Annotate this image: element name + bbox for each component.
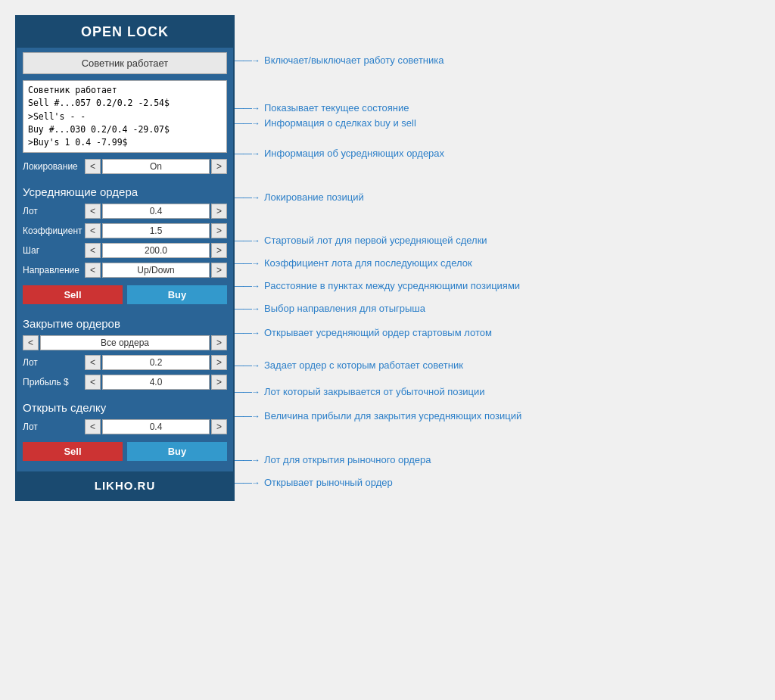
open-sell-button[interactable]: Sell: [23, 442, 123, 461]
locking-next-btn[interactable]: >: [211, 159, 227, 174]
annotation-arrow-15: [235, 478, 260, 488]
annotation-11: Задает ордер с которым работает советник: [235, 359, 463, 371]
all-orders-prev-btn[interactable]: <: [23, 335, 39, 350]
coefficient-row: Коэффициент < 1.5 >: [23, 223, 227, 238]
annotation-arrow-6: [235, 235, 260, 246]
locking-value: On: [102, 159, 210, 174]
annotation-text-8: Расстояние в пунктах между усредняющими …: [264, 280, 520, 291]
annotation-14: Лот для открытия рыночного ордера: [235, 454, 431, 465]
coefficient-prev-btn[interactable]: <: [85, 223, 101, 238]
annotations-panel: Включает/выключает работу советникаПоказ…: [235, 15, 613, 545]
locking-prev-btn[interactable]: <: [85, 159, 101, 174]
lot-open-prev-btn[interactable]: <: [85, 419, 101, 434]
avg-sell-button[interactable]: Sell: [23, 285, 123, 304]
lot-avg-prev-btn[interactable]: <: [85, 204, 101, 219]
step-value: 200.0: [102, 243, 210, 258]
annotation-7: Коэффициент лота для последующих сделок: [235, 257, 472, 269]
panel-footer: LIKHO.RU: [17, 471, 233, 499]
direction-label: Направление: [23, 265, 83, 275]
annotation-arrow-14: [235, 455, 260, 465]
avg-buy-button[interactable]: Buy: [127, 285, 227, 304]
lot-close-row: Лот < 0.2 >: [23, 355, 227, 370]
brand-label: LIKHO.RU: [95, 479, 156, 492]
coefficient-label: Коэффициент: [23, 226, 83, 236]
annotation-text-9: Выбор направления для отыгрыша: [264, 303, 425, 314]
profit-prev-btn[interactable]: <: [85, 375, 101, 390]
all-orders-next-btn[interactable]: >: [211, 335, 227, 350]
lot-close-label: Лот: [23, 357, 83, 368]
all-orders-value: Все ордера: [40, 335, 210, 350]
profit-row: Прибыль $ < 4.0 >: [23, 375, 227, 390]
advisor-button[interactable]: Советник работает: [23, 52, 227, 74]
annotation-arrow-8: [235, 281, 260, 291]
annotation-text-3: Информация о сделках buy и sell: [264, 117, 416, 129]
annotation-arrow-7: [235, 258, 260, 269]
direction-row: Направление < Up/Down >: [23, 263, 227, 278]
annotation-5: Локирование позиций: [235, 191, 364, 203]
status-line4: Buy #...030 0.2/0.4 -29.07$: [28, 123, 222, 136]
lot-avg-value: 0.4: [102, 204, 210, 219]
lot-open-value: 0.4: [102, 419, 210, 434]
main-container: OPEN LOCK Советник работает Советник раб…: [15, 15, 613, 545]
panel-header: OPEN LOCK: [17, 17, 233, 48]
annotation-4: Информация об усредняющих ордерах: [235, 148, 444, 159]
annotation-8: Расстояние в пунктах между усредняющими …: [235, 280, 520, 291]
annotation-12: Лот который закрывается от убыточной поз…: [235, 386, 485, 397]
open-title: Открыть сделку: [23, 401, 106, 414]
direction-prev-btn[interactable]: <: [85, 263, 101, 278]
coefficient-next-btn[interactable]: >: [211, 223, 227, 238]
open-action-row: Sell Buy: [23, 442, 227, 461]
step-label: Шаг: [23, 245, 83, 256]
locking-label: Локирование: [23, 161, 83, 172]
avg-action-row: Sell Buy: [23, 285, 227, 304]
annotation-text-12: Лот который закрывается от убыточной поз…: [264, 386, 485, 397]
status-line3: >Sell's - -: [28, 110, 222, 123]
annotation-arrow-10: [235, 328, 260, 338]
annotation-arrow-1: [235, 55, 260, 66]
annotation-text-13: Величина прибыли для закрытия усредняющи…: [264, 410, 521, 422]
step-next-btn[interactable]: >: [211, 243, 227, 258]
annotation-text-4: Информация об усредняющих ордерах: [264, 148, 444, 159]
annotation-6: Стартовый лот для первой усредняющей сде…: [235, 235, 487, 246]
lot-close-prev-btn[interactable]: <: [85, 355, 101, 370]
step-prev-btn[interactable]: <: [85, 243, 101, 258]
annotation-text-5: Локирование позиций: [264, 191, 364, 203]
lot-avg-row: Лот < 0.4 >: [23, 204, 227, 219]
annotation-9: Выбор направления для отыгрыша: [235, 303, 425, 314]
annotation-arrow-4: [235, 148, 260, 159]
annotation-text-7: Коэффициент лота для последующих сделок: [264, 257, 472, 269]
annotation-arrow-13: [235, 411, 260, 422]
status-line2: Sell #...057 0.2/0.2 -2.54$: [28, 97, 222, 110]
locking-row: Локирование < On >: [23, 159, 227, 174]
annotation-1: Включает/выключает работу советника: [235, 54, 444, 66]
lot-open-next-btn[interactable]: >: [211, 419, 227, 434]
lot-close-next-btn[interactable]: >: [211, 355, 227, 370]
all-orders-row: < Все ордера >: [23, 335, 227, 350]
profit-next-btn[interactable]: >: [211, 375, 227, 390]
annotation-text-2: Показывает текущее состояние: [264, 102, 409, 114]
open-buy-button[interactable]: Buy: [127, 442, 227, 461]
annotation-arrow-12: [235, 387, 260, 397]
averaging-section-header: Усредняющие ордера: [23, 182, 227, 201]
lot-open-label: Лот: [23, 422, 83, 432]
direction-next-btn[interactable]: >: [211, 263, 227, 278]
annotation-text-1: Включает/выключает работу советника: [264, 54, 444, 66]
annotation-arrow-3: [235, 118, 260, 129]
lot-close-value: 0.2: [102, 355, 210, 370]
annotation-arrow-9: [235, 303, 260, 314]
annotation-text-14: Лот для открытия рыночного ордера: [264, 454, 431, 465]
annotation-2: Показывает текущее состояние: [235, 102, 409, 114]
panel-body: Советник работает Советник работает Sell…: [17, 48, 233, 468]
profit-label: Прибыль $: [23, 377, 83, 387]
annotation-10: Открывает усредняющий ордер стартовым ло…: [235, 327, 492, 338]
annotation-arrow-2: [235, 103, 260, 114]
lot-avg-next-btn[interactable]: >: [211, 204, 227, 219]
annotation-text-6: Стартовый лот для первой усредняющей сде…: [264, 235, 487, 246]
profit-value: 4.0: [102, 375, 210, 390]
status-box: Советник работает Sell #...057 0.2/0.2 -…: [23, 80, 227, 153]
status-line5: >Buy's 1 0.4 -7.99$: [28, 136, 222, 149]
direction-value: Up/Down: [102, 263, 210, 278]
status-line1: Советник работает: [28, 84, 222, 97]
averaging-title: Усредняющие ордера: [23, 185, 138, 198]
annotation-text-15: Открывает рыночный ордер: [264, 477, 393, 488]
